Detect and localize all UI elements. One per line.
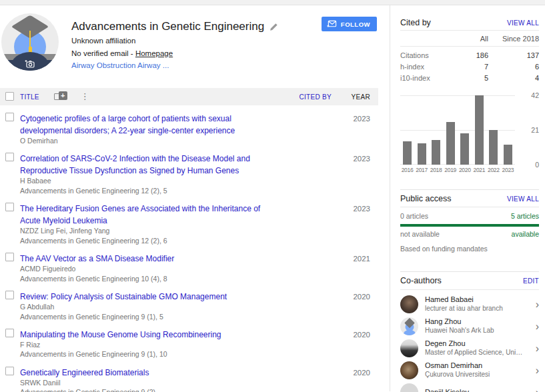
chart-bar[interactable] — [475, 95, 484, 165]
article-checkbox[interactable] — [5, 153, 14, 161]
coauthor-row[interactable]: Hamed Babaeilecturer at iau ahar branch› — [400, 293, 539, 315]
metric-row: Citations186137 — [400, 49, 539, 61]
available-label: available — [512, 230, 539, 238]
metric-label: i10-index — [400, 74, 450, 82]
chevron-right-icon: › — [533, 365, 539, 377]
chart-year-label: 2021 — [472, 167, 486, 173]
homepage-link[interactable]: Homepage — [135, 49, 173, 57]
article-title-link[interactable]: Correlation of SARS-CoV-2 Infection with… — [20, 154, 250, 175]
coauthor-affiliation: Çukurova Universitesi — [425, 371, 525, 379]
article-row: The Hereditary Fusion Genes are Associat… — [0, 202, 378, 245]
coauthor-avatar — [400, 317, 418, 335]
article-authors: SRWK Daniil — [20, 379, 281, 387]
article-checkbox[interactable] — [5, 329, 14, 337]
article-authors: F Riaz — [20, 341, 281, 349]
cited-by-section-header: Cited by VIEW ALL — [400, 18, 539, 27]
email-status: No verified email — [71, 49, 129, 57]
col-all-label: All — [450, 35, 488, 43]
chart-bar[interactable] — [403, 141, 412, 165]
article-title-link[interactable]: The Hereditary Fusion Genes are Associat… — [20, 204, 260, 225]
article-title-link[interactable]: Cytogenetic profiles of a large cohort o… — [20, 114, 235, 135]
article-title-link[interactable]: Genetically Engineered Biomaterials — [20, 368, 149, 377]
article-venue: Advancements in Genetic Engineering 9 (1… — [20, 350, 281, 359]
metric-label: h-index — [400, 63, 450, 71]
article-checkbox[interactable] — [5, 367, 14, 375]
article-title-link[interactable]: The AAV Vector as a SMA Disease Modifier — [20, 254, 174, 263]
article-venue: Advancements in Genetic Engineering 12 (… — [20, 237, 281, 245]
metric-value-since: 6 — [488, 63, 539, 71]
chart-y-axis: 02142 — [515, 95, 539, 165]
cited-by-heading: Cited by — [400, 18, 431, 27]
chart-y-tick: 0 — [535, 161, 539, 169]
page-title: Advancements in Genetic Engineering — [71, 20, 264, 33]
cited-by-view-all-link[interactable]: VIEW ALL — [507, 19, 539, 27]
coauthors-section-header: Co-authors EDIT — [400, 276, 539, 285]
chart-year-label: 2020 — [458, 167, 472, 173]
chart-year-label: 2017 — [415, 167, 429, 173]
chevron-right-icon: › — [533, 343, 539, 355]
profile-avatar[interactable] — [1, 13, 59, 71]
article-title-link[interactable]: Review: Policy Analysis of Sustainable G… — [20, 292, 227, 301]
articles-not-available-count: 0 articles — [400, 212, 428, 220]
metric-value-all: 7 — [450, 63, 488, 71]
coauthor-affiliation: lecturer at iau ahar branch — [425, 305, 525, 313]
sort-by-cited[interactable]: CITED BY — [299, 93, 332, 101]
chart-year-label: 2019 — [444, 167, 458, 173]
article-checkbox[interactable] — [5, 291, 14, 299]
coauthor-row[interactable]: Daniil Kiselev› — [400, 381, 539, 392]
article-checkbox[interactable] — [5, 113, 14, 121]
chart-bar[interactable] — [489, 130, 498, 165]
public-access-heading: Public access — [400, 194, 451, 203]
article-authors: G Abdullah — [20, 303, 281, 311]
article-year: 2023 — [353, 115, 370, 123]
select-all-checkbox[interactable] — [5, 92, 14, 101]
chevron-right-icon: › — [533, 321, 539, 333]
article-checkbox[interactable] — [5, 253, 14, 261]
sort-by-title[interactable]: TITLE — [20, 93, 39, 101]
follow-label: FOLLOW — [341, 21, 370, 28]
article-year: 2021 — [353, 255, 370, 263]
public-access-section-header: Public access VIEW ALL — [400, 194, 539, 203]
coauthor-row[interactable]: Hang ZhouHuawei Noah's Ark Lab› — [400, 315, 539, 337]
coauthor-row[interactable]: Degen ZhouMaster of Applied Science, Uni… — [400, 337, 539, 359]
coauthor-name: Hang Zhou — [425, 317, 533, 327]
coauthors-edit-link[interactable]: EDIT — [523, 277, 539, 285]
article-year: 2020 — [353, 331, 370, 339]
metric-value-since: 4 — [488, 74, 539, 82]
profile-affiliation: Unknown affiliation — [71, 36, 378, 46]
metric-row: i10-index54 — [400, 72, 539, 83]
metric-value-since: 137 — [488, 51, 539, 59]
add-articles-icon[interactable]: + — [54, 91, 67, 102]
chart-bar[interactable] — [418, 143, 426, 165]
top-bar — [0, 0, 545, 5]
coauthor-name: Degen Zhou — [425, 339, 533, 349]
chart-bar[interactable] — [446, 122, 455, 165]
coauthor-row[interactable]: Osman DemirhanÇukurova Universitesi› — [400, 359, 539, 381]
article-title-link[interactable]: Manipulating the Mouse Genome Using Reco… — [20, 330, 221, 339]
chart-bar[interactable] — [460, 133, 469, 165]
follow-button[interactable]: FOLLOW — [322, 17, 377, 31]
year-header: YEAR — [352, 93, 370, 101]
coauthor-name: Osman Demirhan — [425, 361, 533, 371]
article-venue: Advancements in Genetic Engineering 10 (… — [20, 275, 281, 283]
chart-y-tick: 21 — [531, 126, 539, 134]
article-row: Manipulating the Mouse Genome Using Reco… — [0, 328, 378, 359]
profile-header: Advancements in Genetic Engineering Unkn… — [0, 5, 378, 88]
article-year: 2023 — [353, 155, 370, 163]
metric-row: h-index76 — [400, 61, 539, 72]
more-options-icon[interactable]: ⋮ — [81, 93, 89, 100]
article-checkbox[interactable] — [5, 203, 14, 211]
coauthors-list: Hamed Babaeilecturer at iau ahar branch›… — [400, 293, 539, 392]
public-access-view-all-link[interactable]: VIEW ALL — [507, 195, 539, 203]
camera-plus-icon — [25, 59, 35, 69]
edit-name-icon[interactable] — [269, 23, 278, 31]
chart-bar[interactable] — [432, 140, 440, 165]
coauthor-avatar — [400, 295, 418, 313]
article-year: 2020 — [353, 369, 370, 377]
coauthor-avatar — [400, 339, 418, 357]
chart-bar[interactable] — [504, 145, 512, 165]
article-authors: ACMD Figueiredo — [20, 265, 281, 273]
article-authors: H Babaee — [20, 177, 281, 185]
interests-link[interactable]: Airway Obstruction Airway ... — [71, 61, 169, 69]
coauthors-heading: Co-authors — [400, 276, 442, 285]
